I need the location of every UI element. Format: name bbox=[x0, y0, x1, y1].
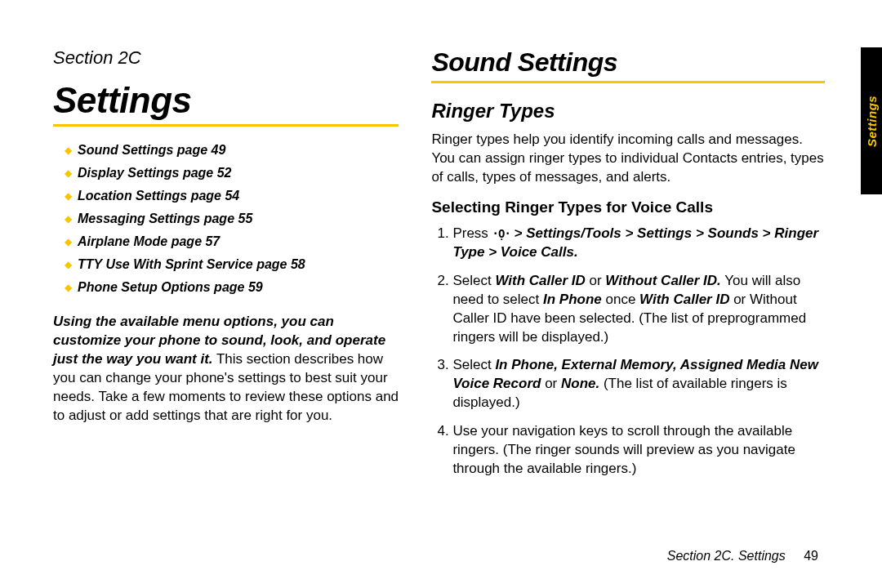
step1-prefix: Press bbox=[452, 225, 492, 241]
toc-list: ◆Sound Settings page 49 ◆Display Setting… bbox=[53, 143, 399, 295]
nav-key-icon: ·Ọ· bbox=[492, 226, 510, 242]
step-2: Select With Caller ID or Without Caller … bbox=[452, 272, 825, 347]
toc-text: TTY Use With Sprint Service page 58 bbox=[78, 257, 305, 271]
right-column: Sound Settings Ringer Types Ringer types… bbox=[423, 0, 882, 588]
toc-text: Phone Setup Options page 59 bbox=[78, 280, 263, 294]
diamond-bullet-icon: ◆ bbox=[65, 145, 78, 156]
toc-item: ◆Phone Setup Options page 59 bbox=[65, 280, 399, 295]
toc-item: ◆TTY Use With Sprint Service page 58 bbox=[65, 257, 399, 272]
toc-item: ◆Display Settings page 52 bbox=[65, 166, 399, 180]
toc-text: Messaging Settings page 55 bbox=[78, 212, 252, 225]
heading-sound-settings: Sound Settings bbox=[431, 47, 825, 78]
step2-f: With Caller ID bbox=[639, 292, 729, 307]
toc-text: Location Settings page 54 bbox=[78, 189, 239, 203]
step2-b2: Without Caller ID. bbox=[605, 273, 721, 288]
toc-item: ◆Sound Settings page 49 bbox=[65, 143, 399, 158]
yellow-rule bbox=[431, 81, 825, 83]
step2-mid: or bbox=[586, 273, 606, 288]
toc-item: ◆Airplane Mode page 57 bbox=[65, 234, 399, 249]
step3-d: None. bbox=[561, 376, 599, 391]
step2-a: Select bbox=[452, 273, 495, 288]
footer-label: Section 2C. Settings bbox=[667, 549, 786, 563]
yellow-rule bbox=[53, 124, 399, 127]
step-4: Use your navigation keys to scroll throu… bbox=[452, 422, 825, 479]
diamond-bullet-icon: ◆ bbox=[65, 282, 78, 293]
toc-item: ◆Messaging Settings page 55 bbox=[65, 212, 399, 226]
section-label: Section 2C bbox=[53, 47, 399, 69]
step2-b1: With Caller ID bbox=[495, 273, 585, 288]
toc-text: Sound Settings page 49 bbox=[78, 143, 225, 157]
ringer-types-description: Ringer types help you identify incoming … bbox=[431, 131, 825, 187]
toc-item: ◆Location Settings page 54 bbox=[65, 189, 399, 203]
diamond-bullet-icon: ◆ bbox=[65, 167, 78, 179]
page-title-settings: Settings bbox=[53, 80, 399, 121]
diamond-bullet-icon: ◆ bbox=[65, 213, 78, 225]
page-footer: Section 2C. Settings 49 bbox=[667, 549, 818, 564]
diamond-bullet-icon: ◆ bbox=[65, 236, 78, 247]
toc-text: Display Settings page 52 bbox=[78, 166, 232, 180]
page-number: 49 bbox=[804, 549, 818, 563]
side-tab-settings: Settings bbox=[861, 47, 882, 194]
step-1: Press ·Ọ· > Settings/Tools > Settings > … bbox=[452, 225, 825, 262]
manual-page: Section 2C Settings ◆Sound Settings page… bbox=[0, 0, 882, 588]
toc-text: Airplane Mode page 57 bbox=[78, 234, 220, 248]
step-3: Select In Phone, External Memory, Assign… bbox=[452, 356, 825, 412]
diamond-bullet-icon: ◆ bbox=[65, 259, 78, 270]
subhead-selecting-ringer-types: Selecting Ringer Types for Voice Calls bbox=[431, 198, 825, 216]
intro-paragraph: Using the available menu options, you ca… bbox=[53, 313, 399, 425]
step2-e: once bbox=[602, 292, 639, 307]
step3-a: Select bbox=[452, 357, 495, 372]
step4-text: Use your navigation keys to scroll throu… bbox=[452, 423, 795, 476]
heading-ringer-types: Ringer Types bbox=[431, 100, 825, 122]
diamond-bullet-icon: ◆ bbox=[65, 190, 78, 202]
left-column: Section 2C Settings ◆Sound Settings page… bbox=[0, 0, 423, 588]
steps-list: Press ·Ọ· > Settings/Tools > Settings > … bbox=[431, 225, 825, 479]
step2-d: In Phone bbox=[543, 292, 602, 307]
step3-c: or bbox=[541, 376, 561, 391]
